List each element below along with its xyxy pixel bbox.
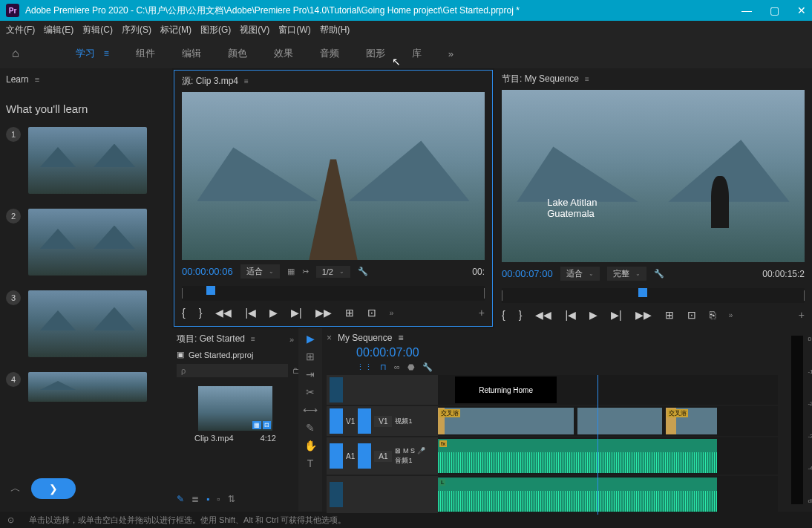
out-icon[interactable]: ↣: [302, 267, 309, 276]
audio-clip[interactable]: L: [438, 478, 717, 512]
more-icon[interactable]: »: [390, 309, 394, 317]
step-fwd-button[interactable]: ▶|: [291, 307, 302, 319]
learn-collapse-button[interactable]: ︿: [6, 478, 25, 500]
snap-icon[interactable]: ⋮⋮: [356, 362, 373, 372]
slip-tool[interactable]: ⟷: [303, 404, 318, 416]
type-tool[interactable]: T: [307, 457, 314, 469]
step-back-button[interactable]: |◀: [245, 307, 256, 319]
panel-menu-icon[interactable]: ≡: [585, 75, 589, 83]
list-view-icon[interactable]: ≣: [191, 494, 199, 504]
program-ruler[interactable]: [502, 288, 805, 303]
v1-target-patch[interactable]: [358, 408, 371, 434]
go-out-button[interactable]: ▶▶: [635, 309, 652, 321]
track-a2[interactable]: L: [438, 476, 778, 513]
lift-button[interactable]: ⊞: [665, 309, 674, 321]
track-select-tool[interactable]: ⊞: [306, 351, 315, 362]
menu-view[interactable]: 视图(V): [240, 24, 269, 36]
project-search-input[interactable]: [177, 364, 288, 377]
insert-button[interactable]: ⊞: [345, 307, 354, 319]
track-v2[interactable]: Returning Home: [438, 375, 778, 405]
program-video[interactable]: Lake AtitlanGuatemala: [502, 90, 805, 262]
sequence-name[interactable]: My Sequence: [338, 333, 392, 343]
a1-target-patch[interactable]: [358, 443, 371, 469]
a1-source-patch[interactable]: [330, 443, 343, 469]
panel-menu-icon[interactable]: ≡: [398, 333, 403, 343]
workspace-editing[interactable]: 编辑: [182, 47, 201, 60]
mark-out-button[interactable]: }: [519, 309, 523, 321]
timeline-timecode[interactable]: 00:00:07:00: [327, 346, 778, 359]
ripple-tool[interactable]: ⇥: [306, 368, 315, 380]
extract-button[interactable]: ⊡: [687, 309, 696, 321]
tutorial-thumb-2[interactable]: [28, 209, 147, 276]
workspace-libraries[interactable]: 库: [412, 47, 422, 60]
source-fit-dropdown[interactable]: 适合⌄: [240, 264, 280, 278]
pencil-icon[interactable]: ✎: [177, 494, 184, 504]
clip-thumbnail[interactable]: ▦⊟: [198, 386, 272, 431]
panel-menu-icon[interactable]: ≡: [251, 335, 255, 343]
title-clip[interactable]: Returning Home: [455, 377, 557, 403]
add-button[interactable]: +: [799, 309, 805, 321]
workspace-overflow[interactable]: »: [448, 48, 454, 59]
solo-button[interactable]: S: [410, 447, 415, 454]
workspace-audio[interactable]: 音频: [320, 47, 339, 60]
menu-edit[interactable]: 编辑(E): [44, 24, 73, 36]
overwrite-button[interactable]: ⊡: [367, 307, 376, 319]
track-v1[interactable]: 交叉溶 交叉溶: [438, 406, 778, 436]
safe-margins-icon[interactable]: ▦: [287, 267, 295, 276]
workspace-menu-icon[interactable]: ≡: [104, 48, 109, 59]
source-res-dropdown[interactable]: 1/2⌄: [316, 266, 350, 278]
panel-menu-icon[interactable]: ≡: [35, 75, 39, 84]
settings-icon[interactable]: 🔧: [654, 269, 664, 278]
source-video[interactable]: [182, 92, 485, 260]
tutorial-thumb-1[interactable]: [28, 127, 147, 194]
lock-icon[interactable]: ⊠: [395, 447, 401, 454]
v2-patch[interactable]: [330, 377, 343, 402]
go-in-button[interactable]: ◀◀: [535, 309, 551, 321]
workspace-assembly[interactable]: 组件: [136, 47, 155, 60]
workspace-effects[interactable]: 效果: [274, 47, 293, 60]
menu-file[interactable]: 文件(F): [6, 24, 35, 36]
learn-next-button[interactable]: ❯: [31, 478, 76, 499]
mark-out-button[interactable]: }: [199, 307, 203, 319]
menu-sequence[interactable]: 序列(S): [122, 24, 151, 36]
program-quality-dropdown[interactable]: 完整⌄: [607, 267, 646, 281]
mute-button[interactable]: M: [403, 447, 409, 454]
overflow-icon[interactable]: »: [289, 335, 294, 344]
go-in-button[interactable]: ◀◀: [215, 307, 232, 319]
icon-view-icon[interactable]: ▪: [206, 494, 209, 504]
freeform-view-icon[interactable]: ▫: [217, 494, 220, 504]
workspace-color[interactable]: 颜色: [228, 47, 247, 60]
play-button[interactable]: ▶: [589, 309, 597, 321]
program-fit-dropdown[interactable]: 适合⌄: [560, 267, 600, 281]
v1-source-patch[interactable]: [330, 408, 343, 434]
mic-icon[interactable]: 🎤: [417, 447, 425, 454]
playhead-icon[interactable]: [638, 288, 647, 297]
a2-patch[interactable]: [330, 482, 343, 507]
mark-in-button[interactable]: {: [502, 309, 505, 321]
pen-tool[interactable]: ✎: [306, 422, 315, 434]
close-button[interactable]: ✕: [797, 4, 806, 16]
menu-graphics[interactable]: 图形(G): [200, 24, 231, 36]
audio-clip[interactable]: fx: [438, 439, 717, 473]
settings-icon[interactable]: 🔧: [358, 267, 368, 276]
playhead-icon[interactable]: [206, 286, 215, 295]
video-clip[interactable]: [577, 408, 663, 434]
v1-target-label[interactable]: V1: [374, 416, 392, 427]
panel-menu-icon[interactable]: ≡: [244, 77, 249, 85]
menu-marker[interactable]: 标记(M): [160, 24, 191, 36]
link-icon[interactable]: ∞: [394, 362, 400, 372]
tl-settings-icon[interactable]: 🔧: [422, 362, 433, 372]
source-ruler[interactable]: [182, 286, 485, 301]
minimize-button[interactable]: —: [741, 4, 752, 16]
tutorial-thumb-4[interactable]: [28, 372, 147, 402]
video-clip[interactable]: 交叉溶: [666, 408, 717, 434]
marker-icon[interactable]: ⬣: [407, 362, 415, 372]
step-back-button[interactable]: |◀: [565, 309, 576, 321]
a1-target-label[interactable]: A1: [374, 451, 392, 462]
add-button[interactable]: +: [479, 307, 485, 319]
program-timecode[interactable]: 00:00:07:00: [502, 268, 553, 279]
razor-tool[interactable]: ✂: [306, 386, 315, 398]
menu-window[interactable]: 窗口(W): [278, 24, 310, 36]
source-timecode[interactable]: 00:00:00:06: [182, 266, 233, 277]
menu-help[interactable]: 帮助(H): [320, 24, 350, 36]
